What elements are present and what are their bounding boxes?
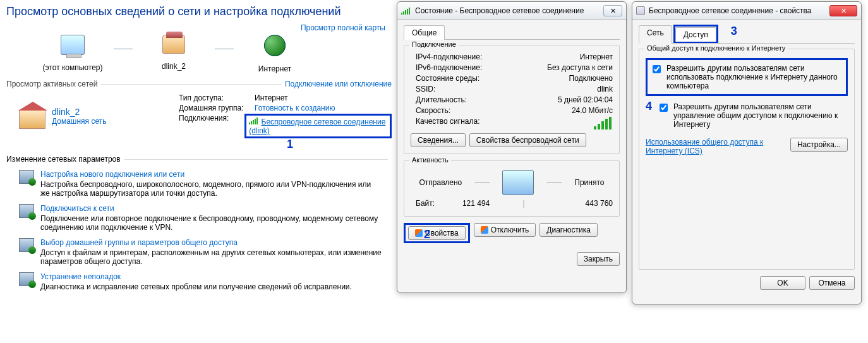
- speed-label: Скорость:: [411, 106, 450, 115]
- activity-group: Активность Отправлено —— —— Принято Байт…: [404, 160, 620, 217]
- task-description: Доступ к файлам и принтерам, расположенн…: [40, 248, 382, 266]
- wireless-connection-link[interactable]: Беспроводное сетевое соединение (dlink): [249, 117, 385, 135]
- ipv6-label: IPv6-подключение:: [411, 63, 482, 72]
- highlight-box-3: Доступ: [673, 25, 718, 43]
- network-map: (этот компьютер) dlink_2 Интернет: [32, 35, 392, 73]
- task-description: Настройка беспроводного, широкополосного…: [40, 180, 382, 198]
- router-label: dlink_2: [133, 62, 215, 71]
- adapter-icon: [636, 6, 645, 15]
- disable-button[interactable]: Отключить: [474, 223, 536, 237]
- media-value: Подключено: [569, 74, 613, 83]
- network-type-link[interactable]: Домашняя сеть: [52, 117, 106, 126]
- activity-computer-icon: [502, 170, 534, 195]
- ipv6-value: Без доступа к сети: [547, 63, 613, 72]
- task-icon: [19, 238, 34, 252]
- task-description: Подключение или повторное подключение к …: [40, 214, 382, 232]
- shield-icon: [415, 229, 423, 237]
- tab-network[interactable]: Сеть: [639, 25, 672, 44]
- change-params-label: Изменение сетевых параметров: [6, 155, 121, 164]
- ssid-value: dlink: [597, 85, 613, 93]
- home-network-icon: [19, 110, 45, 129]
- bytes-label: Байт:: [411, 199, 435, 208]
- ssid-label: SSID:: [411, 85, 435, 93]
- signal-bars-icon: [594, 117, 612, 129]
- disable-button-label: Отключить: [491, 226, 529, 234]
- task-icon: [19, 204, 34, 218]
- homegroup-link[interactable]: Готовность к созданию: [255, 104, 335, 112]
- details-button[interactable]: Сведения...: [411, 133, 466, 147]
- media-label: Состояние среды:: [411, 74, 479, 83]
- wireless-status-dialog: Состояние - Беспроводное сетевое соедине…: [397, 1, 627, 293]
- network-center-panel: Просмотр основных сведений о сети и наст…: [6, 5, 392, 291]
- diagnose-button[interactable]: Диагностика: [539, 223, 598, 237]
- task-description: Диагностика и исправление сетевых пробле…: [40, 282, 352, 291]
- allow-control-checkbox[interactable]: [660, 104, 668, 112]
- task-icon: [19, 170, 34, 184]
- task-link[interactable]: Настройка нового подключения или сети: [40, 170, 382, 179]
- wifi-signal-icon: [401, 7, 410, 15]
- callout-4: 4: [646, 100, 657, 113]
- tab-general[interactable]: Общие: [404, 25, 445, 40]
- settings-button[interactable]: Настройка...: [790, 138, 848, 152]
- router-icon: [162, 35, 185, 54]
- callout-1: 1: [287, 138, 293, 151]
- map-connector: [114, 49, 133, 49]
- ipv4-value: Интернет: [580, 52, 613, 61]
- this-computer-label: (этот компьютер): [32, 63, 114, 72]
- ok-button[interactable]: OK: [760, 276, 805, 290]
- view-full-map-link[interactable]: Просмотр полной карты: [301, 23, 385, 32]
- divider: [124, 159, 388, 160]
- properties-button[interactable]: Свойства: [408, 226, 466, 240]
- homegroup-label: Домашняя группа:: [179, 104, 255, 112]
- divider: [101, 84, 281, 85]
- allow-share-checkbox-row[interactable]: Разрешить другим пользователям сети испо…: [650, 64, 843, 90]
- task-link[interactable]: Выбор домашней группы и параметров общег…: [40, 238, 382, 247]
- connect-disconnect-link[interactable]: Подключение или отключение: [285, 80, 392, 88]
- task-item: Настройка нового подключения или сетиНас…: [19, 170, 392, 198]
- access-type-label: Тип доступа:: [179, 93, 255, 102]
- task-item: Подключиться к сетиПодключение или повто…: [19, 204, 392, 232]
- connection-group: Подключение IPv4-подключение:Интернет IP…: [404, 45, 620, 154]
- panel-title: Просмотр основных сведений о сети и наст…: [6, 5, 392, 18]
- highlight-box-1: Беспроводное сетевое соединение (dlink): [244, 114, 392, 138]
- ipv4-label: IPv4-подключение:: [411, 52, 482, 61]
- close-button[interactable]: ✕: [603, 5, 622, 16]
- close-button[interactable]: Закрыть: [577, 252, 620, 266]
- group-title: Общий доступ к подключению к Интернету: [644, 44, 788, 52]
- received-label: Принято: [574, 178, 604, 187]
- access-type-value: Интернет: [255, 93, 287, 102]
- tab-access[interactable]: Доступ: [675, 27, 716, 42]
- bytes-recv-value: 443 760: [530, 199, 613, 208]
- task-link[interactable]: Устранение неполадок: [40, 272, 352, 281]
- active-networks-label: Просмотр активных сетей: [6, 80, 97, 88]
- allow-control-checkbox-row[interactable]: Разрешить другим пользователям сети упра…: [657, 102, 848, 129]
- this-computer-icon: [61, 35, 85, 55]
- dialog-title: Состояние - Беспроводное сетевое соедине…: [415, 6, 600, 15]
- task-item: Устранение неполадокДиагностика и исправ…: [19, 272, 392, 291]
- ics-help-link[interactable]: Использование общего доступа к Интернету…: [646, 138, 772, 155]
- allow-share-label: Разрешить другим пользователям сети испо…: [666, 64, 843, 90]
- close-button[interactable]: ✕: [829, 5, 857, 16]
- cancel-button[interactable]: Отмена: [809, 276, 855, 290]
- tabs: Общие: [404, 25, 620, 40]
- callout-3: 3: [731, 25, 737, 43]
- connections-label: Подключения:: [179, 114, 244, 138]
- highlight-box-2: Свойства: [404, 223, 470, 243]
- ics-group: Общий доступ к подключению к Интернету Р…: [639, 49, 855, 270]
- allow-control-label: Разрешить другим пользователям сети упра…: [673, 102, 848, 129]
- wireless-properties-button[interactable]: Свойства беспроводной сети: [469, 133, 586, 147]
- map-connector: [215, 49, 234, 49]
- allow-share-checkbox[interactable]: [653, 65, 661, 73]
- dialog-title: Беспроводное сетевое соединение - свойст…: [649, 6, 826, 15]
- internet-icon: [264, 35, 286, 56]
- duration-label: Длительность:: [411, 95, 467, 104]
- internet-label: Интернет: [234, 64, 316, 73]
- task-link[interactable]: Подключиться к сети: [40, 204, 382, 213]
- callout-2: 2: [424, 228, 430, 241]
- shield-icon: [481, 226, 488, 234]
- speed-value: 24.0 Мбит/с: [572, 106, 613, 115]
- wireless-properties-dialog: Беспроводное сетевое соединение - свойст…: [632, 1, 862, 304]
- sent-label: Отправлено: [419, 178, 462, 187]
- tabs: Сеть Доступ 3: [639, 25, 855, 44]
- network-name-link[interactable]: dlink_2: [52, 107, 106, 117]
